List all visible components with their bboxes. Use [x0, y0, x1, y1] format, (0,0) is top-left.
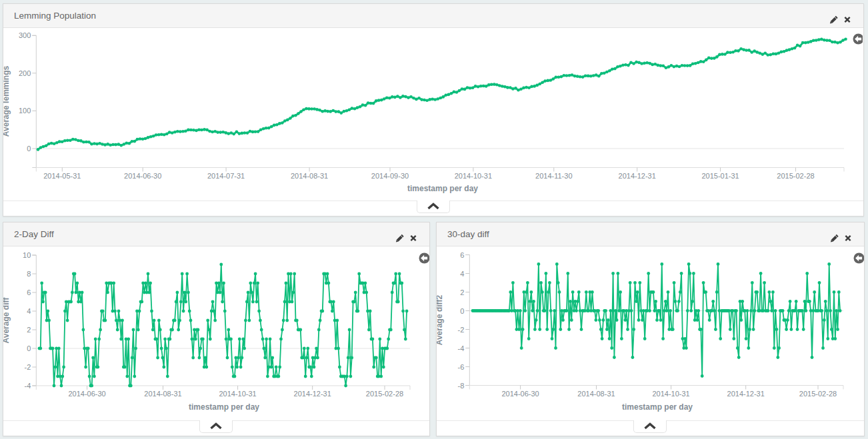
svg-text:2014-10-31: 2014-10-31 — [455, 172, 492, 180]
svg-text:timestamp per day: timestamp per day — [407, 184, 478, 193]
svg-text:-2: -2 — [458, 326, 465, 334]
svg-text:2014-12-31: 2014-12-31 — [619, 172, 656, 180]
svg-text:2014-08-31: 2014-08-31 — [144, 390, 181, 398]
svg-text:2015-02-28: 2015-02-28 — [366, 390, 403, 398]
svg-text:2014-06-30: 2014-06-30 — [501, 390, 539, 398]
svg-text:2014-08-31: 2014-08-31 — [291, 172, 328, 180]
svg-text:timestamp per day: timestamp per day — [189, 402, 259, 412]
svg-text:2014-06-30: 2014-06-30 — [124, 172, 161, 180]
svg-text:2015-01-31: 2015-01-31 — [701, 172, 739, 180]
svg-text:300: 300 — [19, 31, 31, 39]
svg-text:2015-02-28: 2015-02-28 — [777, 172, 814, 180]
svg-text:2014-12-31: 2014-12-31 — [294, 390, 331, 398]
svg-text:-4: -4 — [458, 344, 465, 352]
svg-text:timestamp per day: timestamp per day — [622, 402, 693, 412]
svg-text:Average diff2: Average diff2 — [437, 294, 444, 345]
svg-text:4: 4 — [27, 307, 31, 315]
svg-text:Average lemmings: Average lemmings — [3, 66, 11, 137]
svg-text:-2: -2 — [25, 363, 31, 371]
svg-text:0: 0 — [27, 344, 31, 352]
svg-text:0: 0 — [460, 307, 464, 315]
svg-text:4: 4 — [460, 270, 464, 278]
svg-text:6: 6 — [27, 288, 31, 296]
svg-text:2014-06-30: 2014-06-30 — [68, 390, 105, 398]
svg-text:6: 6 — [460, 251, 464, 259]
svg-text:2014-07-31: 2014-07-31 — [207, 172, 245, 180]
svg-text:-8: -8 — [458, 382, 465, 390]
svg-text:-6: -6 — [458, 363, 465, 371]
svg-text:200: 200 — [19, 69, 31, 77]
svg-text:2014-11-30: 2014-11-30 — [535, 172, 572, 180]
svg-text:100: 100 — [19, 107, 31, 115]
svg-text:8: 8 — [27, 270, 31, 278]
svg-text:2014-08-31: 2014-08-31 — [577, 390, 615, 398]
svg-text:2014-10-31: 2014-10-31 — [652, 390, 689, 398]
svg-text:2014-05-31: 2014-05-31 — [43, 172, 81, 180]
svg-text:2: 2 — [460, 288, 464, 296]
svg-text:Average diff: Average diff — [3, 297, 11, 344]
svg-text:2: 2 — [27, 326, 31, 334]
svg-text:2014-12-31: 2014-12-31 — [727, 390, 765, 398]
svg-text:2014-10-31: 2014-10-31 — [219, 390, 256, 398]
svg-text:2014-09-30: 2014-09-30 — [371, 172, 409, 180]
svg-text:10: 10 — [23, 251, 31, 259]
svg-text:0: 0 — [27, 145, 31, 153]
svg-text:2015-02-28: 2015-02-28 — [799, 390, 837, 398]
svg-text:-4: -4 — [25, 382, 31, 390]
